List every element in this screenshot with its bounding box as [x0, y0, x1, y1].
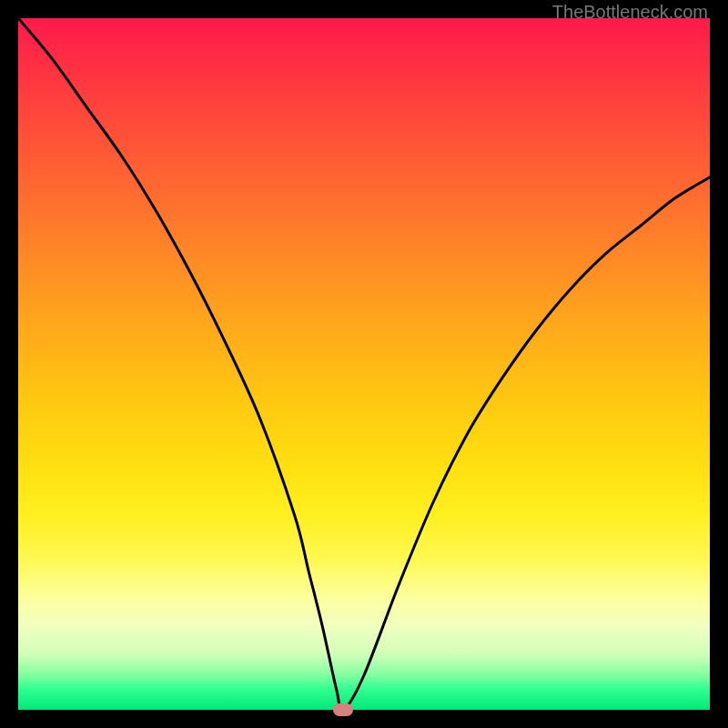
optimal-point-marker: [333, 703, 353, 716]
plot-area: [18, 18, 710, 710]
curve-svg: [18, 18, 710, 710]
watermark-text: TheBottleneck.com: [552, 2, 708, 23]
chart-container: TheBottleneck.com: [0, 0, 728, 728]
bottleneck-curve: [18, 18, 710, 710]
